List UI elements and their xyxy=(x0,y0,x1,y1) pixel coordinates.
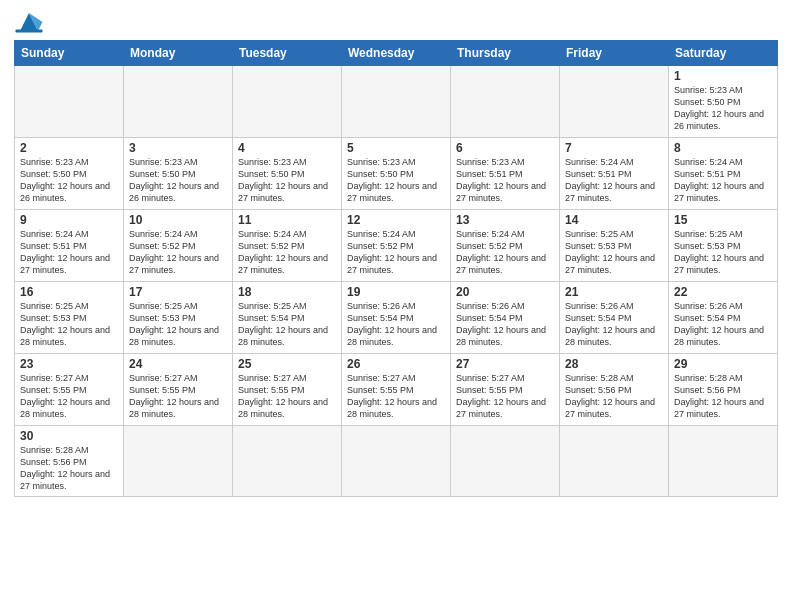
day-info: Sunrise: 5:26 AMSunset: 5:54 PMDaylight:… xyxy=(565,300,663,349)
calendar-cell: 23Sunrise: 5:27 AMSunset: 5:55 PMDayligh… xyxy=(15,354,124,426)
weekday-header-friday: Friday xyxy=(560,41,669,66)
day-info: Sunrise: 5:23 AMSunset: 5:50 PMDaylight:… xyxy=(20,156,118,205)
day-number: 3 xyxy=(129,141,227,155)
day-info: Sunrise: 5:26 AMSunset: 5:54 PMDaylight:… xyxy=(674,300,772,349)
day-number: 18 xyxy=(238,285,336,299)
day-number: 25 xyxy=(238,357,336,371)
day-info: Sunrise: 5:23 AMSunset: 5:50 PMDaylight:… xyxy=(347,156,445,205)
day-info: Sunrise: 5:24 AMSunset: 5:51 PMDaylight:… xyxy=(565,156,663,205)
day-number: 8 xyxy=(674,141,772,155)
day-number: 5 xyxy=(347,141,445,155)
calendar-cell: 1Sunrise: 5:23 AMSunset: 5:50 PMDaylight… xyxy=(669,66,778,138)
calendar-cell: 26Sunrise: 5:27 AMSunset: 5:55 PMDayligh… xyxy=(342,354,451,426)
day-info: Sunrise: 5:25 AMSunset: 5:53 PMDaylight:… xyxy=(20,300,118,349)
day-info: Sunrise: 5:28 AMSunset: 5:56 PMDaylight:… xyxy=(20,444,118,493)
day-number: 19 xyxy=(347,285,445,299)
logo-icon xyxy=(14,10,44,34)
calendar-cell: 27Sunrise: 5:27 AMSunset: 5:55 PMDayligh… xyxy=(451,354,560,426)
calendar-cell: 3Sunrise: 5:23 AMSunset: 5:50 PMDaylight… xyxy=(124,138,233,210)
day-number: 27 xyxy=(456,357,554,371)
day-info: Sunrise: 5:24 AMSunset: 5:52 PMDaylight:… xyxy=(456,228,554,277)
calendar-cell: 24Sunrise: 5:27 AMSunset: 5:55 PMDayligh… xyxy=(124,354,233,426)
day-number: 9 xyxy=(20,213,118,227)
day-info: Sunrise: 5:27 AMSunset: 5:55 PMDaylight:… xyxy=(347,372,445,421)
day-number: 26 xyxy=(347,357,445,371)
day-number: 22 xyxy=(674,285,772,299)
calendar-week-4: 16Sunrise: 5:25 AMSunset: 5:53 PMDayligh… xyxy=(15,282,778,354)
calendar-cell: 6Sunrise: 5:23 AMSunset: 5:51 PMDaylight… xyxy=(451,138,560,210)
weekday-header-row: SundayMondayTuesdayWednesdayThursdayFrid… xyxy=(15,41,778,66)
day-number: 17 xyxy=(129,285,227,299)
calendar-week-6: 30Sunrise: 5:28 AMSunset: 5:56 PMDayligh… xyxy=(15,426,778,497)
calendar-week-3: 9Sunrise: 5:24 AMSunset: 5:51 PMDaylight… xyxy=(15,210,778,282)
calendar-cell: 29Sunrise: 5:28 AMSunset: 5:56 PMDayligh… xyxy=(669,354,778,426)
day-number: 12 xyxy=(347,213,445,227)
svg-rect-2 xyxy=(16,30,43,33)
calendar-cell xyxy=(669,426,778,497)
weekday-header-tuesday: Tuesday xyxy=(233,41,342,66)
calendar-cell: 28Sunrise: 5:28 AMSunset: 5:56 PMDayligh… xyxy=(560,354,669,426)
calendar-cell: 9Sunrise: 5:24 AMSunset: 5:51 PMDaylight… xyxy=(15,210,124,282)
calendar-cell xyxy=(451,426,560,497)
day-info: Sunrise: 5:26 AMSunset: 5:54 PMDaylight:… xyxy=(456,300,554,349)
day-info: Sunrise: 5:24 AMSunset: 5:52 PMDaylight:… xyxy=(129,228,227,277)
calendar-cell xyxy=(342,426,451,497)
day-info: Sunrise: 5:27 AMSunset: 5:55 PMDaylight:… xyxy=(456,372,554,421)
day-info: Sunrise: 5:24 AMSunset: 5:52 PMDaylight:… xyxy=(347,228,445,277)
calendar-cell xyxy=(342,66,451,138)
weekday-header-monday: Monday xyxy=(124,41,233,66)
calendar-week-1: 1Sunrise: 5:23 AMSunset: 5:50 PMDaylight… xyxy=(15,66,778,138)
calendar-cell: 21Sunrise: 5:26 AMSunset: 5:54 PMDayligh… xyxy=(560,282,669,354)
weekday-header-wednesday: Wednesday xyxy=(342,41,451,66)
calendar-cell: 20Sunrise: 5:26 AMSunset: 5:54 PMDayligh… xyxy=(451,282,560,354)
logo xyxy=(14,10,48,34)
calendar-cell: 14Sunrise: 5:25 AMSunset: 5:53 PMDayligh… xyxy=(560,210,669,282)
weekday-header-thursday: Thursday xyxy=(451,41,560,66)
day-info: Sunrise: 5:27 AMSunset: 5:55 PMDaylight:… xyxy=(20,372,118,421)
day-info: Sunrise: 5:27 AMSunset: 5:55 PMDaylight:… xyxy=(238,372,336,421)
calendar-cell xyxy=(233,426,342,497)
day-number: 16 xyxy=(20,285,118,299)
day-number: 20 xyxy=(456,285,554,299)
calendar-cell: 18Sunrise: 5:25 AMSunset: 5:54 PMDayligh… xyxy=(233,282,342,354)
day-info: Sunrise: 5:23 AMSunset: 5:50 PMDaylight:… xyxy=(129,156,227,205)
day-info: Sunrise: 5:24 AMSunset: 5:51 PMDaylight:… xyxy=(674,156,772,205)
day-number: 7 xyxy=(565,141,663,155)
calendar-cell: 30Sunrise: 5:28 AMSunset: 5:56 PMDayligh… xyxy=(15,426,124,497)
calendar-cell: 19Sunrise: 5:26 AMSunset: 5:54 PMDayligh… xyxy=(342,282,451,354)
calendar-cell xyxy=(15,66,124,138)
header xyxy=(14,10,778,34)
calendar-cell: 16Sunrise: 5:25 AMSunset: 5:53 PMDayligh… xyxy=(15,282,124,354)
calendar-cell xyxy=(451,66,560,138)
calendar-table: SundayMondayTuesdayWednesdayThursdayFrid… xyxy=(14,40,778,497)
calendar-cell xyxy=(124,66,233,138)
day-number: 28 xyxy=(565,357,663,371)
day-info: Sunrise: 5:27 AMSunset: 5:55 PMDaylight:… xyxy=(129,372,227,421)
day-info: Sunrise: 5:25 AMSunset: 5:53 PMDaylight:… xyxy=(129,300,227,349)
calendar-cell xyxy=(233,66,342,138)
weekday-header-saturday: Saturday xyxy=(669,41,778,66)
calendar-cell: 5Sunrise: 5:23 AMSunset: 5:50 PMDaylight… xyxy=(342,138,451,210)
calendar-cell: 15Sunrise: 5:25 AMSunset: 5:53 PMDayligh… xyxy=(669,210,778,282)
day-number: 23 xyxy=(20,357,118,371)
calendar-cell: 11Sunrise: 5:24 AMSunset: 5:52 PMDayligh… xyxy=(233,210,342,282)
day-info: Sunrise: 5:26 AMSunset: 5:54 PMDaylight:… xyxy=(347,300,445,349)
day-number: 29 xyxy=(674,357,772,371)
day-number: 14 xyxy=(565,213,663,227)
day-number: 21 xyxy=(565,285,663,299)
calendar-cell: 25Sunrise: 5:27 AMSunset: 5:55 PMDayligh… xyxy=(233,354,342,426)
calendar-cell xyxy=(560,66,669,138)
calendar-week-5: 23Sunrise: 5:27 AMSunset: 5:55 PMDayligh… xyxy=(15,354,778,426)
day-info: Sunrise: 5:28 AMSunset: 5:56 PMDaylight:… xyxy=(674,372,772,421)
day-number: 24 xyxy=(129,357,227,371)
day-number: 13 xyxy=(456,213,554,227)
calendar-cell xyxy=(124,426,233,497)
weekday-header-sunday: Sunday xyxy=(15,41,124,66)
day-info: Sunrise: 5:25 AMSunset: 5:53 PMDaylight:… xyxy=(674,228,772,277)
day-number: 6 xyxy=(456,141,554,155)
calendar-cell: 2Sunrise: 5:23 AMSunset: 5:50 PMDaylight… xyxy=(15,138,124,210)
calendar-cell: 4Sunrise: 5:23 AMSunset: 5:50 PMDaylight… xyxy=(233,138,342,210)
day-info: Sunrise: 5:24 AMSunset: 5:52 PMDaylight:… xyxy=(238,228,336,277)
day-info: Sunrise: 5:25 AMSunset: 5:53 PMDaylight:… xyxy=(565,228,663,277)
page: SundayMondayTuesdayWednesdayThursdayFrid… xyxy=(0,0,792,505)
